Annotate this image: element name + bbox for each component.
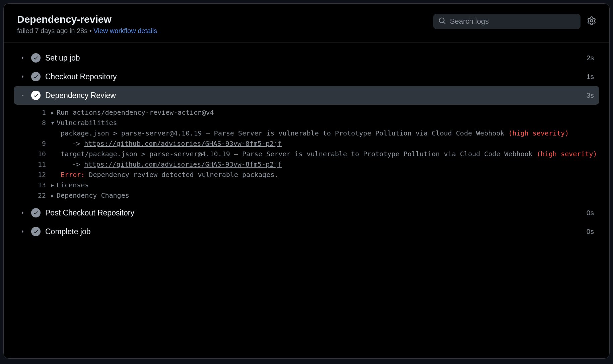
log-line-dependency-changes: 22 ▸ Dependency Changes (34, 190, 599, 201)
step-checkout-repository[interactable]: Checkout Repository 1s (14, 67, 599, 86)
separator: • (87, 27, 93, 34)
check-icon (31, 53, 41, 63)
in-text: in (68, 27, 77, 34)
caret-right-icon[interactable]: ▸ (51, 190, 57, 201)
view-workflow-link[interactable]: View workflow details (93, 27, 157, 34)
log-text: Dependency Changes (57, 190, 599, 201)
chevron-down-icon (19, 93, 26, 98)
step-complete-job[interactable]: Complete job 0s (14, 222, 599, 241)
caret-right-icon[interactable]: ▸ (51, 107, 57, 118)
line-number: 13 (34, 180, 51, 190)
check-icon (31, 208, 41, 217)
log-text: target/package.json > parse-server@4.10.… (57, 149, 599, 159)
log-output: 1 ▸ Run actions/dependency-review-action… (14, 105, 599, 203)
step-name: Post Checkout Repository (45, 208, 587, 217)
log-text: Run actions/dependency-review-action@v4 (57, 107, 599, 118)
step-dependency-review[interactable]: Dependency Review 3s (14, 86, 599, 105)
log-text: -> https://github.com/advisories/GHAS-93… (57, 159, 599, 170)
line-number: 12 (34, 170, 51, 180)
panel-header: Dependency-review failed 7 days ago in 2… (4, 4, 609, 42)
step-name: Dependency Review (45, 91, 587, 100)
log-text: Error: Dependency review detected vulner… (57, 170, 599, 180)
time-ago: 7 days ago (35, 27, 68, 34)
search-input[interactable] (450, 17, 575, 26)
duration: 28s (77, 27, 87, 34)
workflow-subtitle: failed 7 days ago in 28s • View workflow… (17, 27, 433, 35)
step-name: Set up job (45, 54, 587, 63)
step-post-checkout-repository[interactable]: Post Checkout Repository 0s (14, 203, 599, 222)
log-line-vuln1: package.json > parse-server@4.10.19 – Pa… (34, 128, 599, 139)
severity-label: (high severity) (537, 150, 597, 158)
line-number: 1 (34, 107, 51, 118)
log-line-vulnerabilities-header: 8 ▾ Vulnerabilities (34, 118, 599, 128)
steps-list: Set up job 2s Checkout Repository 1s Dep… (4, 42, 609, 247)
gear-icon[interactable] (587, 16, 596, 26)
check-icon (31, 91, 41, 100)
log-text: Vulnerabilities (57, 118, 599, 128)
caret-right-icon[interactable]: ▸ (51, 180, 57, 190)
log-text: Licenses (57, 180, 599, 190)
step-name: Checkout Repository (45, 72, 587, 81)
log-line-link1: 9 -> https://github.com/advisories/GHAS-… (34, 139, 599, 149)
line-number: 10 (34, 149, 51, 159)
log-line-link2: 11 -> https://github.com/advisories/GHAS… (34, 159, 599, 170)
step-name: Complete job (45, 227, 587, 236)
step-duration: 0s (587, 209, 594, 217)
workflow-title: Dependency-review (17, 14, 433, 25)
error-label: Error: (61, 171, 85, 179)
step-duration: 3s (587, 91, 594, 99)
chevron-right-icon (19, 229, 26, 234)
step-setup-job[interactable]: Set up job 2s (14, 49, 599, 67)
log-text: -> https://github.com/advisories/GHAS-93… (57, 139, 599, 149)
line-number (34, 128, 51, 139)
line-number: 9 (34, 139, 51, 149)
advisory-link[interactable]: https://github.com/advisories/GHAS-93vw-… (84, 160, 282, 168)
check-icon (31, 72, 41, 81)
step-duration: 0s (587, 227, 594, 236)
log-line-vuln2: 10 target/package.json > parse-server@4.… (34, 149, 599, 159)
search-icon (438, 17, 446, 26)
log-text: package.json > parse-server@4.10.19 – Pa… (57, 128, 599, 139)
step-duration: 2s (587, 54, 594, 62)
caret-down-icon[interactable]: ▾ (51, 118, 57, 128)
check-icon (31, 227, 41, 236)
log-line-error: 12 Error: Dependency review detected vul… (34, 170, 599, 180)
chevron-right-icon (19, 55, 26, 61)
chevron-right-icon (19, 74, 26, 79)
header-left: Dependency-review failed 7 days ago in 2… (17, 14, 433, 35)
advisory-link[interactable]: https://github.com/advisories/GHAS-93vw-… (84, 140, 282, 148)
line-number: 11 (34, 159, 51, 170)
log-line-licenses: 13 ▸ Licenses (34, 180, 599, 190)
workflow-log-panel: Dependency-review failed 7 days ago in 2… (3, 3, 610, 359)
header-right (433, 14, 596, 29)
search-logs-box[interactable] (433, 14, 581, 29)
step-duration: 1s (587, 73, 594, 81)
line-number: 8 (34, 118, 51, 128)
chevron-right-icon (19, 210, 26, 215)
log-line-run: 1 ▸ Run actions/dependency-review-action… (34, 107, 599, 118)
severity-label: (high severity) (508, 129, 569, 137)
line-number: 22 (34, 190, 51, 201)
status-text: failed (17, 27, 35, 34)
